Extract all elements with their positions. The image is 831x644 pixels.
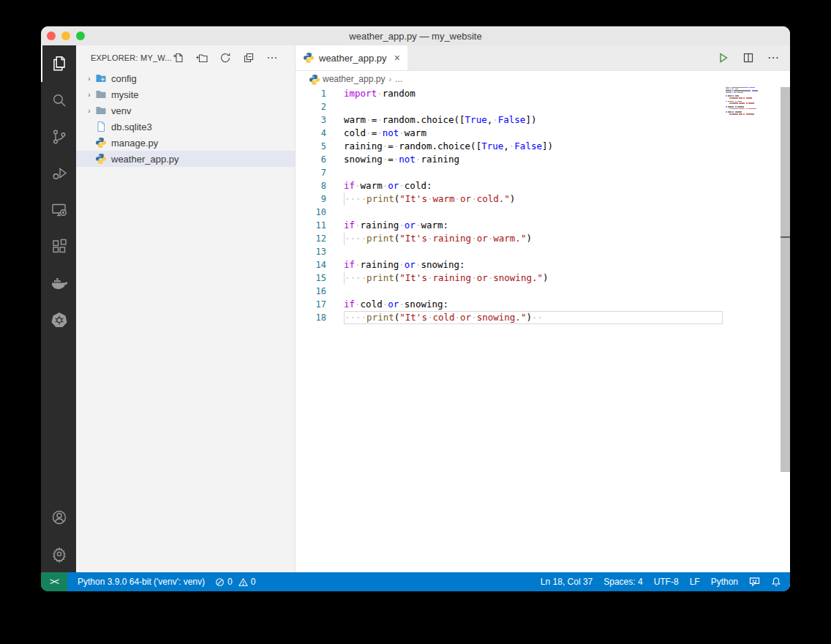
code-line-9[interactable]: ····print("It's·warm·or·cold.") — [344, 192, 723, 206]
settings-icon[interactable] — [41, 536, 76, 572]
traffic-lights — [47, 26, 85, 45]
code-line-15[interactable]: ····print("It's·raining·or·snowing.") — [344, 272, 723, 285]
minimap[interactable] — [726, 87, 780, 115]
status-bar: >< Python 3.9.0 64-bit ('venv': venv) 0 … — [41, 572, 790, 591]
cursor-position-indicator[interactable]: Ln 18, Col 37 — [541, 577, 593, 587]
new-file-button[interactable] — [172, 51, 185, 64]
language-mode-indicator[interactable]: Python — [711, 577, 738, 587]
scrollbar-cursor-marker — [781, 236, 790, 238]
tree-item-weather-app-py[interactable]: ›weather_app.py — [76, 151, 295, 167]
code-line-7[interactable] — [344, 166, 723, 179]
line-number-16[interactable]: 16 — [296, 285, 344, 298]
chevron-right-icon[interactable]: › — [83, 107, 95, 115]
tree-item-config[interactable]: ›config — [76, 70, 295, 86]
close-window-button[interactable] — [47, 31, 56, 40]
code-line-8[interactable]: if·warm·or·cold: — [344, 179, 723, 192]
line-number-7[interactable]: 7 — [296, 166, 344, 179]
code-line-17[interactable]: if·cold·or·snowing: — [344, 298, 723, 311]
tab-weather-app[interactable]: weather_app.py × — [296, 45, 407, 70]
line-number-4[interactable]: 4 — [296, 127, 344, 140]
eol-indicator[interactable]: LF — [690, 577, 700, 587]
code-line-2[interactable] — [344, 100, 723, 113]
chevron-right-icon[interactable]: › — [83, 91, 95, 99]
line-number-10[interactable]: 10 — [296, 206, 344, 219]
docker-icon[interactable] — [41, 265, 76, 302]
remote-explorer-icon[interactable] — [41, 192, 76, 228]
tree-item-manage-py[interactable]: ›manage.py — [76, 135, 295, 151]
file-generic-icon — [95, 121, 107, 132]
encoding-indicator[interactable]: UTF-8 — [654, 577, 679, 587]
line-number-1[interactable]: 1 — [296, 87, 344, 100]
code-line-18[interactable]: ····print("It's·cold·or·snowing.")·· — [344, 311, 723, 324]
error-circle-slash-icon — [215, 577, 225, 587]
line-number-2[interactable]: 2 — [296, 100, 344, 113]
close-tab-icon[interactable]: × — [394, 53, 400, 63]
remote-indicator-button[interactable]: >< — [41, 572, 67, 591]
code-editor[interactable]: 123456789101112131415161718 import·rando… — [296, 87, 790, 572]
line-number-11[interactable]: 11 — [296, 219, 344, 232]
code-line-6[interactable]: snowing·=·not·raining — [344, 153, 723, 166]
run-python-file-button[interactable] — [718, 52, 729, 64]
more-actions-button[interactable] — [266, 51, 279, 64]
search-icon[interactable] — [41, 82, 76, 119]
code-line-3[interactable]: warm·=·random.choice([True,·False]) — [344, 113, 723, 127]
breadcrumb-file[interactable]: weather_app.py — [323, 74, 385, 84]
notifications-bell-icon[interactable] — [771, 577, 781, 587]
collapse-folders-button[interactable] — [242, 51, 255, 64]
file-tree: ›config›mysite›venv›db.sqlite3›manage.py… — [76, 70, 295, 167]
code-line-10[interactable] — [344, 206, 723, 219]
line-number-6[interactable]: 6 — [296, 153, 344, 166]
new-folder-button[interactable] — [195, 51, 208, 64]
refresh-explorer-button[interactable] — [219, 51, 232, 64]
tree-item-mysite[interactable]: ›mysite — [76, 86, 295, 102]
editor-more-actions-button[interactable]: ⋯ — [767, 55, 780, 61]
indentation-indicator[interactable]: Spaces: 4 — [603, 577, 642, 587]
tree-item-label: manage.py — [111, 138, 158, 149]
line-number-3[interactable]: 3 — [296, 113, 344, 127]
code-line-13[interactable] — [344, 245, 723, 258]
tree-item-db-sqlite3[interactable]: ›db.sqlite3 — [76, 119, 295, 135]
line-number-12[interactable]: 12 — [296, 232, 344, 245]
split-editor-button[interactable] — [742, 52, 754, 64]
vscode-window: weather_app.py — my_website EXPLORER: MY… — [41, 26, 790, 591]
code-line-4[interactable]: cold·=·not·warm — [344, 127, 723, 140]
line-number-17[interactable]: 17 — [296, 298, 344, 311]
error-count: 0 — [228, 577, 233, 587]
breadcrumb-symbol-more[interactable]: ... — [395, 74, 402, 84]
explorer-header: EXPLORER: MY_W... — [76, 45, 295, 70]
line-number-14[interactable]: 14 — [296, 258, 344, 272]
kubernetes-icon[interactable] — [41, 302, 76, 338]
line-number-8[interactable]: 8 — [296, 179, 344, 192]
code-line-11[interactable]: if·raining·or·warm: — [344, 219, 723, 232]
code-line-14[interactable]: if·raining·or·snowing: — [344, 258, 723, 272]
line-number-18[interactable]: 18 — [296, 311, 344, 324]
line-number-15[interactable]: 15 — [296, 272, 344, 285]
account-icon[interactable] — [41, 499, 76, 536]
source-control-icon[interactable] — [41, 119, 76, 155]
explorer-title: EXPLORER: MY_W... — [91, 53, 172, 62]
extensions-icon[interactable] — [41, 228, 76, 265]
chevron-right-icon[interactable]: › — [83, 75, 95, 83]
editor-scrollbar[interactable] — [781, 87, 790, 472]
tree-item-venv[interactable]: ›venv — [76, 102, 295, 119]
python-interpreter-selector[interactable]: Python 3.9.0 64-bit ('venv': venv) — [78, 577, 205, 587]
code-line-12[interactable]: ····print("It's·raining·or·warm.") — [344, 232, 723, 245]
code-line-1[interactable]: import·random — [344, 87, 723, 100]
python-icon — [95, 137, 107, 149]
title-bar: weather_app.py — my_website — [41, 26, 790, 46]
tree-item-label: config — [111, 73, 137, 84]
minimize-window-button[interactable] — [61, 31, 70, 40]
explorer-icon[interactable] — [41, 45, 76, 82]
line-number-5[interactable]: 5 — [296, 140, 344, 153]
tree-item-label: db.sqlite3 — [111, 121, 152, 132]
zoom-window-button[interactable] — [76, 31, 85, 40]
run-debug-icon[interactable] — [41, 155, 76, 192]
editor-gutter: 123456789101112131415161718 — [296, 87, 344, 324]
feedback-icon[interactable] — [749, 577, 760, 587]
code-line-16[interactable] — [344, 285, 723, 298]
line-number-13[interactable]: 13 — [296, 245, 344, 258]
problems-indicator[interactable]: 0 0 — [215, 577, 255, 587]
editor-group: weather_app.py × ⋯ weather_app.py › — [296, 45, 790, 572]
code-line-5[interactable]: raining·=·random.choice([True,·False]) — [344, 140, 723, 153]
line-number-9[interactable]: 9 — [296, 192, 344, 206]
